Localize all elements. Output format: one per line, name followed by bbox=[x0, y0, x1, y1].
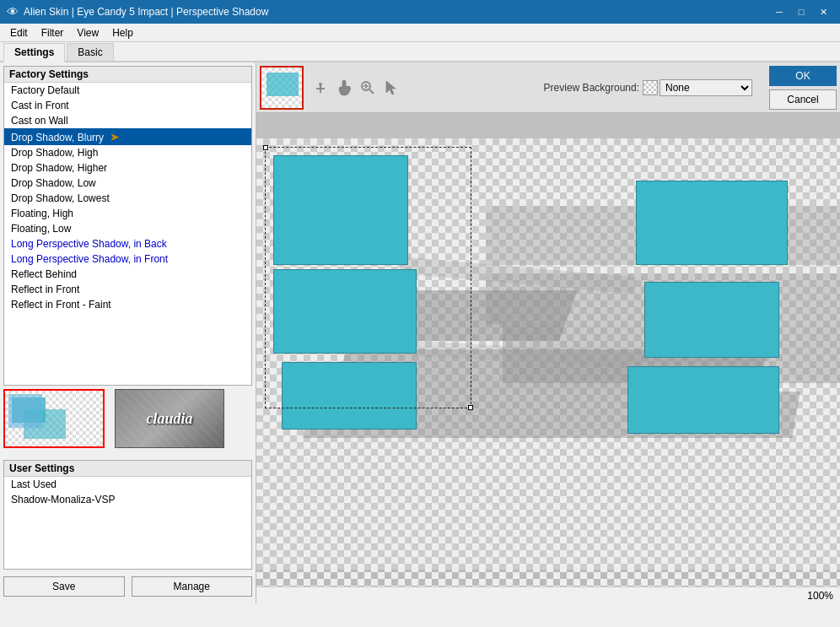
factory-settings-group: Factory Settings Factory Default Cast in… bbox=[3, 66, 252, 386]
zoom-tool-icon[interactable] bbox=[358, 78, 378, 98]
menubar: Edit Filter View Help bbox=[0, 24, 840, 42]
list-item[interactable]: Drop Shadow, Higher bbox=[4, 160, 251, 176]
right-header: Preview Background: None White Black OK … bbox=[256, 62, 840, 113]
preview-gray-band bbox=[256, 113, 840, 138]
zoom-level: 100% bbox=[807, 590, 833, 602]
menu-view[interactable]: View bbox=[70, 25, 105, 41]
titlebar-controls: ─ □ ✕ bbox=[769, 3, 833, 20]
list-item[interactable]: Reflect in Front bbox=[4, 282, 251, 297]
thumbnail-teal bbox=[12, 397, 46, 423]
pan-tool-icon[interactable] bbox=[310, 78, 331, 98]
claudia-banner: claudia bbox=[115, 389, 224, 448]
handle-tl bbox=[263, 145, 268, 150]
teal-block-5 bbox=[644, 282, 779, 358]
list-item[interactable]: Reflect Behind bbox=[4, 267, 251, 282]
user-settings-group: User Settings Last Used Shadow-Monaliza-… bbox=[3, 460, 252, 570]
list-item[interactable]: Drop Shadow, High bbox=[4, 145, 251, 160]
menu-help[interactable]: Help bbox=[105, 25, 140, 41]
tab-settings[interactable]: Settings bbox=[3, 43, 65, 62]
titlebar: 👁 Alien Skin | Eye Candy 5 Impact | Pers… bbox=[0, 0, 840, 24]
teal-block-3 bbox=[282, 362, 417, 430]
list-item[interactable]: Floating, Low bbox=[4, 221, 251, 236]
preview-bg-label: Preview Background: bbox=[544, 82, 639, 94]
titlebar-title: Alien Skin | Eye Candy 5 Impact | Perspe… bbox=[24, 6, 268, 18]
list-item[interactable]: Factory Default bbox=[4, 83, 251, 98]
list-item[interactable]: Drop Shadow, Low bbox=[4, 176, 251, 191]
left-preview-area: claudia bbox=[3, 389, 252, 457]
preview-area bbox=[256, 113, 840, 586]
preview-background-area: Preview Background: None White Black bbox=[544, 79, 752, 96]
left-panel: Factory Settings Factory Default Cast in… bbox=[0, 62, 256, 603]
svg-rect-2 bbox=[316, 88, 325, 89]
user-settings-header: User Settings bbox=[4, 461, 251, 477]
list-item[interactable]: Long Perspective Shadow, in Back bbox=[4, 236, 251, 251]
restore-button[interactable]: □ bbox=[791, 3, 811, 20]
list-item[interactable]: Cast on Wall bbox=[4, 113, 251, 128]
ok-button[interactable]: OK bbox=[769, 66, 837, 86]
thumbnail-teal2 bbox=[24, 409, 66, 439]
teal-block-2 bbox=[273, 269, 417, 354]
toolbar bbox=[310, 78, 401, 98]
list-item[interactable]: Cast in Front bbox=[4, 98, 251, 113]
minimize-button[interactable]: ─ bbox=[769, 3, 789, 20]
arrow-icon: ➤ bbox=[110, 130, 120, 143]
statusbar: 100% bbox=[256, 586, 840, 603]
list-item[interactable]: Floating, High bbox=[4, 206, 251, 221]
tab-basic[interactable]: Basic bbox=[67, 43, 113, 61]
menu-filter[interactable]: Filter bbox=[35, 25, 71, 41]
list-item[interactable]: Long Perspective Shadow, in Front bbox=[4, 251, 251, 267]
tabbar: Settings Basic bbox=[0, 42, 840, 62]
ok-cancel-area: OK Cancel bbox=[769, 66, 837, 110]
list-item[interactable]: Shadow-Monaliza-VSP bbox=[4, 492, 251, 507]
list-item[interactable]: Drop Shadow, Lowest bbox=[4, 191, 251, 206]
bottom-buttons: Save Manage bbox=[3, 573, 252, 600]
user-settings-list[interactable]: Last Used Shadow-Monaliza-VSP bbox=[4, 477, 251, 569]
svg-line-4 bbox=[369, 89, 374, 94]
hand-tool-icon[interactable] bbox=[334, 78, 354, 98]
right-panel: Preview Background: None White Black OK … bbox=[256, 62, 840, 603]
preview-thumbnail bbox=[3, 389, 105, 448]
menu-edit[interactable]: Edit bbox=[3, 25, 35, 41]
factory-settings-list[interactable]: Factory Default Cast in Front Cast on Wa… bbox=[4, 83, 251, 385]
bg-preview-swatch bbox=[643, 80, 658, 95]
main-layout: Factory Settings Factory Default Cast in… bbox=[0, 62, 840, 603]
teal-block-4 bbox=[636, 181, 788, 265]
list-item-selected[interactable]: Drop Shadow, Blurry ➤ bbox=[4, 128, 251, 145]
thumb-teal bbox=[267, 73, 299, 96]
factory-settings-header: Factory Settings bbox=[4, 67, 251, 83]
cancel-button[interactable]: Cancel bbox=[769, 89, 837, 110]
close-button[interactable]: ✕ bbox=[813, 3, 833, 20]
save-button[interactable]: Save bbox=[3, 576, 125, 597]
preview-thumb-right bbox=[260, 66, 304, 110]
titlebar-left: 👁 Alien Skin | Eye Candy 5 Impact | Pers… bbox=[7, 5, 268, 19]
manage-button[interactable]: Manage bbox=[132, 576, 253, 597]
pointer-tool-icon[interactable] bbox=[381, 78, 401, 98]
teal-block-6 bbox=[627, 366, 779, 434]
list-item[interactable]: Reflect in Front - Faint bbox=[4, 297, 251, 312]
teal-block-1 bbox=[273, 155, 408, 265]
list-item[interactable]: Last Used bbox=[4, 477, 251, 492]
canvas-area bbox=[256, 138, 840, 570]
app-icon: 👁 bbox=[7, 5, 19, 19]
preview-bg-select[interactable]: None White Black bbox=[660, 79, 752, 96]
bg-selector: None White Black bbox=[643, 79, 752, 96]
